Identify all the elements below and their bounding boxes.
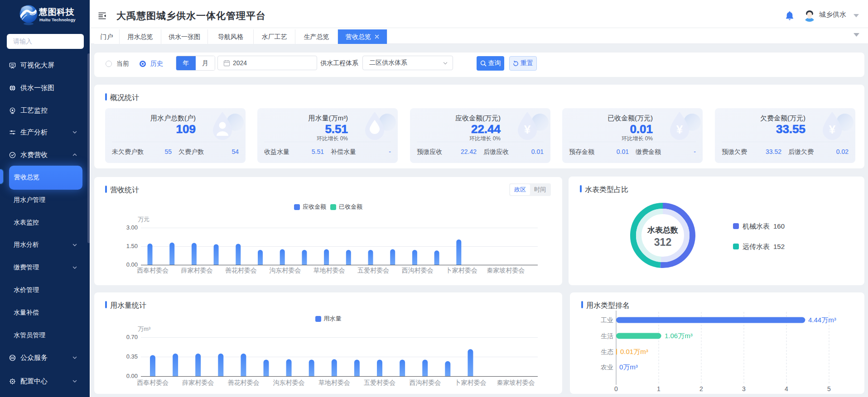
svg-text:4: 4 xyxy=(785,385,788,392)
svg-text:160: 160 xyxy=(773,222,785,230)
svg-text:西奉村委会: 西奉村委会 xyxy=(137,267,169,274)
svg-text:善花村委会: 善花村委会 xyxy=(225,267,257,274)
svg-text:生态: 生态 xyxy=(601,348,614,355)
svg-text:机械水表: 机械水表 xyxy=(743,222,770,230)
svg-text:0.01万m³: 0.01万m³ xyxy=(620,348,648,355)
svg-text:卜家村委会: 卜家村委会 xyxy=(446,267,477,274)
svg-text:¥: ¥ xyxy=(829,123,836,136)
svg-text:2: 2 xyxy=(699,385,703,392)
svg-text:312: 312 xyxy=(654,236,671,248)
svg-text:152: 152 xyxy=(773,243,785,250)
svg-text:0.00: 0.00 xyxy=(126,261,138,268)
svg-text:3: 3 xyxy=(742,385,746,392)
svg-text:1.50: 1.50 xyxy=(126,243,138,249)
svg-text:生活: 生活 xyxy=(601,332,613,340)
svg-text:4.44万m³: 4.44万m³ xyxy=(808,316,836,324)
svg-text:工业: 工业 xyxy=(601,316,613,324)
svg-text:草地村委会: 草地村委会 xyxy=(318,379,350,386)
svg-text:Huitu Technology: Huitu Technology xyxy=(39,17,76,22)
svg-text:远传水表: 远传水表 xyxy=(743,243,770,250)
svg-text:¥: ¥ xyxy=(524,123,531,136)
svg-text:卜家村委会: 卜家村委会 xyxy=(454,379,486,386)
svg-text:西沟村委会: 西沟村委会 xyxy=(401,267,433,274)
svg-text:0万m³: 0万m³ xyxy=(619,363,638,371)
svg-text:1.06万m³: 1.06万m³ xyxy=(665,332,693,340)
svg-text:1: 1 xyxy=(657,385,661,392)
svg-text:农业: 农业 xyxy=(600,364,613,371)
svg-text:万m³: 万m³ xyxy=(138,325,151,332)
svg-text:水表总数: 水表总数 xyxy=(647,226,678,234)
svg-text:沟东村委会: 沟东村委会 xyxy=(273,379,305,386)
svg-text:草地村委会: 草地村委会 xyxy=(313,267,345,274)
svg-text:0.00: 0.00 xyxy=(126,373,138,379)
svg-text:西奉村委会: 西奉村委会 xyxy=(137,379,169,386)
svg-text:3.00: 3.00 xyxy=(126,224,138,231)
svg-text:秦家坡村委会: 秦家坡村委会 xyxy=(487,267,525,274)
svg-text:¥: ¥ xyxy=(676,123,683,136)
svg-text:沟东村委会: 沟东村委会 xyxy=(269,267,301,274)
svg-text:0.35: 0.35 xyxy=(126,353,138,360)
svg-text:西沟村委会: 西沟村委会 xyxy=(409,379,441,386)
svg-text:慧图科技: 慧图科技 xyxy=(39,7,75,17)
svg-text:五爱村委会: 五爱村委会 xyxy=(357,267,389,274)
svg-text:5: 5 xyxy=(827,385,831,392)
svg-text:五爱村委会: 五爱村委会 xyxy=(364,379,395,386)
svg-text:0: 0 xyxy=(614,385,618,392)
svg-text:0.70: 0.70 xyxy=(126,334,138,340)
svg-text:薛家村委会: 薛家村委会 xyxy=(181,267,212,274)
svg-text:薛家村委会: 薛家村委会 xyxy=(182,379,214,386)
svg-text:万元: 万元 xyxy=(138,216,149,223)
svg-text:善花村委会: 善花村委会 xyxy=(227,379,259,386)
svg-text:秦家坡村委会: 秦家坡村委会 xyxy=(497,379,535,386)
